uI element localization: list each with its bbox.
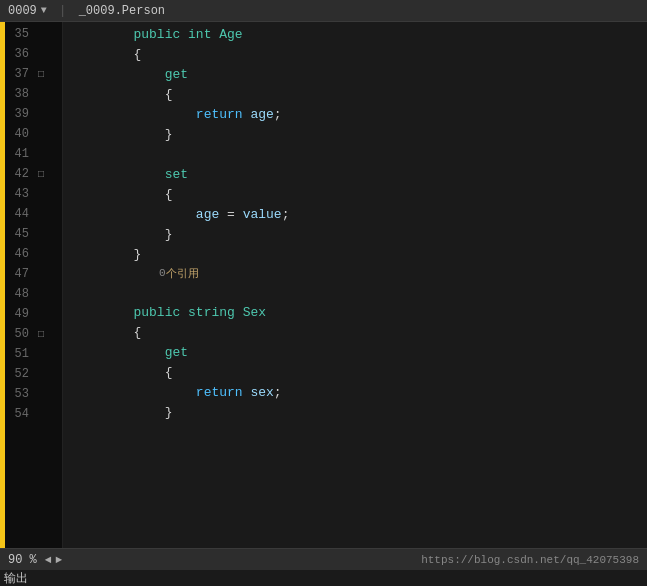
gutter-row-50: 50□	[5, 324, 62, 344]
gutter-row-37: 37□	[5, 64, 62, 84]
scroll-right-button[interactable]: ►	[55, 554, 62, 566]
line-number-41: 41	[5, 147, 35, 161]
ref-count: 0	[159, 267, 166, 279]
gutter-row-48: 48	[5, 284, 62, 304]
zoom-level: 90 %	[8, 553, 37, 567]
line-number-54: 54	[5, 407, 35, 421]
token-pl-: {	[165, 187, 173, 202]
gutter-row-35: 35	[5, 24, 62, 44]
bottom-left-controls: 90 % ◄ ►	[8, 553, 62, 567]
code-line-39: return age;	[71, 104, 647, 124]
expander-icon-37[interactable]: □	[38, 69, 44, 80]
token-kw-return: return	[196, 107, 243, 122]
line-number-48: 48	[5, 287, 35, 301]
token-sp-	[180, 305, 188, 320]
line-number-53: 53	[5, 387, 35, 401]
gutter-row-39: 39	[5, 104, 62, 124]
gutter-row-45: 45	[5, 224, 62, 244]
token-pl-: }	[165, 405, 173, 420]
status-bar: 90 % ◄ ► https://blog.csdn.net/qq_420753…	[0, 548, 647, 570]
gutter-row-41: 41	[5, 144, 62, 164]
token-id-sex: sex	[250, 385, 273, 400]
code-line-42: set	[71, 164, 647, 184]
code-line-35: public int Age	[71, 24, 647, 44]
line-number-36: 36	[5, 47, 35, 61]
code-line-46: }	[71, 244, 647, 264]
annotation-line-47: 0 个引用	[71, 264, 647, 282]
token-kw-string: string	[188, 305, 235, 320]
code-line-54	[71, 422, 647, 442]
code-content[interactable]: public int Age { get { return age; } set…	[63, 22, 647, 548]
expander-icon-50[interactable]: □	[38, 329, 44, 340]
code-line-47	[71, 282, 647, 302]
line-number-52: 52	[5, 367, 35, 381]
gutter-row-46: 46	[5, 244, 62, 264]
class-reference: _0009.Person	[79, 4, 165, 18]
token-pl-: ;	[274, 385, 282, 400]
window-title: 0009	[8, 4, 37, 18]
line-number-50: 50	[5, 327, 35, 341]
gutter-row-51: 51	[5, 344, 62, 364]
gutter-row-53: 53	[5, 384, 62, 404]
token-id-Age: Age	[219, 27, 242, 42]
token-kw-public: public	[133, 27, 180, 42]
token-kw-get: get	[165, 345, 188, 360]
title-bar: 0009 ▼ | _0009.Person	[0, 0, 647, 22]
scroll-left-button[interactable]: ◄	[45, 554, 52, 566]
line-number-45: 45	[5, 227, 35, 241]
token-sp-	[211, 27, 219, 42]
gutter-row-38: 38	[5, 84, 62, 104]
line-number-51: 51	[5, 347, 35, 361]
token-kw-set: set	[165, 167, 188, 182]
token-kw-int: int	[188, 27, 211, 42]
breakpoint-area-42[interactable]: □	[35, 169, 47, 180]
code-line-43: {	[71, 184, 647, 204]
code-line-41	[71, 144, 647, 164]
editor-area: 353637□3839404142□4344454647484950□51525…	[0, 22, 647, 548]
line-number-47: 47	[5, 267, 35, 281]
gutter-row-54: 54	[5, 404, 62, 424]
line-number-43: 43	[5, 187, 35, 201]
gutter-row-43: 43	[5, 184, 62, 204]
code-line-52: return sex;	[71, 382, 647, 402]
gutter-row-52: 52	[5, 364, 62, 384]
code-line-38: {	[71, 84, 647, 104]
token-kw-return: return	[196, 385, 243, 400]
code-line-51: {	[71, 362, 647, 382]
gutter-row-47: 47	[5, 264, 62, 284]
url-reference: https://blog.csdn.net/qq_42075398	[421, 554, 639, 566]
gutter-row-40: 40	[5, 124, 62, 144]
expander-icon-42[interactable]: □	[38, 169, 44, 180]
token-pl-: {	[165, 87, 173, 102]
token-id-age: age	[196, 207, 219, 222]
token-id-value: value	[243, 207, 282, 222]
title-separator: |	[59, 3, 67, 18]
breakpoint-area-50[interactable]: □	[35, 329, 47, 340]
code-line-36: {	[71, 44, 647, 64]
code-line-49: {	[71, 322, 647, 342]
code-line-45: }	[71, 224, 647, 244]
gutter-row-44: 44	[5, 204, 62, 224]
token-pl-: }	[165, 227, 173, 242]
token-pl-: }	[133, 247, 141, 262]
line-number-38: 38	[5, 87, 35, 101]
token-id-age: age	[250, 107, 273, 122]
breakpoint-area-37[interactable]: □	[35, 69, 47, 80]
token-sp-	[180, 27, 188, 42]
code-line-37: get	[71, 64, 647, 84]
line-number-49: 49	[5, 307, 35, 321]
output-bar: 输出	[0, 570, 647, 586]
token-kw-get: get	[165, 67, 188, 82]
token-pl-: {	[165, 365, 173, 380]
line-number-37: 37	[5, 67, 35, 81]
title-dropdown-arrow[interactable]: ▼	[41, 5, 47, 16]
line-number-46: 46	[5, 247, 35, 261]
code-line-50: get	[71, 342, 647, 362]
token-sp-	[243, 385, 251, 400]
token-pl-: {	[133, 47, 141, 62]
token-kw-public: public	[133, 305, 180, 320]
token-pl-: ;	[282, 207, 290, 222]
line-number-44: 44	[5, 207, 35, 221]
ref-label: 个引用	[166, 266, 199, 281]
code-line-53: }	[71, 402, 647, 422]
